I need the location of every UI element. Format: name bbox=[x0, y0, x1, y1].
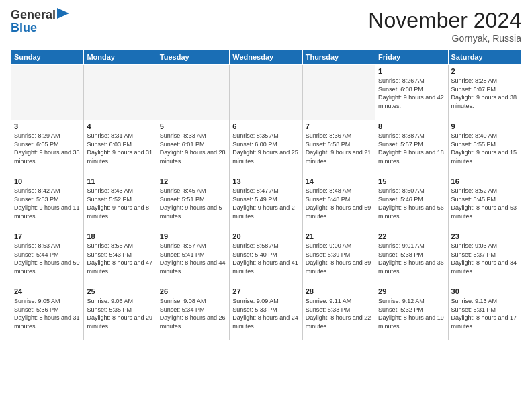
weekday-header-monday: Monday bbox=[84, 50, 157, 65]
day-number: 27 bbox=[232, 287, 299, 295]
day-number: 14 bbox=[306, 177, 372, 185]
day-number: 30 bbox=[451, 287, 518, 295]
day-info: Sunrise: 9:09 AM Sunset: 5:33 PM Dayligh… bbox=[232, 297, 299, 330]
page: General Blue November 2024 Gornyak, Russ… bbox=[0, 0, 532, 411]
calendar-cell: 30Sunrise: 9:13 AM Sunset: 5:31 PM Dayli… bbox=[448, 285, 521, 340]
calendar-cell: 12Sunrise: 8:45 AM Sunset: 5:51 PM Dayli… bbox=[157, 175, 229, 230]
header: General Blue November 2024 Gornyak, Russ… bbox=[11, 8, 521, 44]
calendar-cell: 2Sunrise: 8:28 AM Sunset: 6:07 PM Daylig… bbox=[448, 65, 521, 120]
calendar-cell: 16Sunrise: 8:52 AM Sunset: 5:45 PM Dayli… bbox=[448, 175, 521, 230]
calendar-cell: 11Sunrise: 8:43 AM Sunset: 5:52 PM Dayli… bbox=[84, 175, 157, 230]
day-number: 13 bbox=[232, 177, 299, 185]
day-info: Sunrise: 8:53 AM Sunset: 5:44 PM Dayligh… bbox=[14, 242, 81, 275]
day-number: 12 bbox=[160, 177, 226, 185]
svg-marker-0 bbox=[57, 8, 69, 19]
day-info: Sunrise: 9:11 AM Sunset: 5:33 PM Dayligh… bbox=[306, 297, 372, 330]
day-info: Sunrise: 9:05 AM Sunset: 5:36 PM Dayligh… bbox=[14, 297, 81, 330]
day-number: 5 bbox=[160, 122, 226, 130]
calendar-cell: 27Sunrise: 9:09 AM Sunset: 5:33 PM Dayli… bbox=[230, 285, 302, 340]
day-number: 19 bbox=[160, 232, 226, 240]
day-info: Sunrise: 9:13 AM Sunset: 5:31 PM Dayligh… bbox=[451, 297, 518, 330]
calendar-cell: 19Sunrise: 8:57 AM Sunset: 5:41 PM Dayli… bbox=[157, 230, 229, 285]
day-number: 29 bbox=[378, 287, 445, 295]
calendar-cell: 17Sunrise: 8:53 AM Sunset: 5:44 PM Dayli… bbox=[11, 230, 84, 285]
day-info: Sunrise: 8:50 AM Sunset: 5:46 PM Dayligh… bbox=[378, 187, 445, 220]
calendar: SundayMondayTuesdayWednesdayThursdayFrid… bbox=[11, 49, 521, 340]
day-info: Sunrise: 8:33 AM Sunset: 6:01 PM Dayligh… bbox=[160, 132, 226, 165]
day-info: Sunrise: 9:00 AM Sunset: 5:39 PM Dayligh… bbox=[306, 242, 372, 275]
calendar-cell: 25Sunrise: 9:06 AM Sunset: 5:35 PM Dayli… bbox=[84, 285, 157, 340]
calendar-cell: 13Sunrise: 8:47 AM Sunset: 5:49 PM Dayli… bbox=[230, 175, 302, 230]
day-info: Sunrise: 8:47 AM Sunset: 5:49 PM Dayligh… bbox=[232, 187, 299, 220]
day-number: 8 bbox=[378, 122, 445, 130]
day-number: 24 bbox=[14, 287, 81, 295]
calendar-cell: 5Sunrise: 8:33 AM Sunset: 6:01 PM Daylig… bbox=[157, 120, 229, 175]
calendar-cell: 22Sunrise: 9:01 AM Sunset: 5:38 PM Dayli… bbox=[375, 230, 448, 285]
calendar-cell: 15Sunrise: 8:50 AM Sunset: 5:46 PM Dayli… bbox=[375, 175, 448, 230]
day-info: Sunrise: 8:57 AM Sunset: 5:41 PM Dayligh… bbox=[160, 242, 226, 275]
calendar-cell: 20Sunrise: 8:58 AM Sunset: 5:40 PM Dayli… bbox=[230, 230, 302, 285]
calendar-cell bbox=[157, 65, 229, 120]
calendar-cell: 1Sunrise: 8:26 AM Sunset: 6:08 PM Daylig… bbox=[375, 65, 448, 120]
calendar-cell: 7Sunrise: 8:36 AM Sunset: 5:58 PM Daylig… bbox=[302, 120, 375, 175]
calendar-cell: 9Sunrise: 8:40 AM Sunset: 5:55 PM Daylig… bbox=[448, 120, 521, 175]
week-row-4: 24Sunrise: 9:05 AM Sunset: 5:36 PM Dayli… bbox=[11, 285, 521, 340]
calendar-cell: 4Sunrise: 8:31 AM Sunset: 6:03 PM Daylig… bbox=[84, 120, 157, 175]
week-row-1: 3Sunrise: 8:29 AM Sunset: 6:05 PM Daylig… bbox=[11, 120, 521, 175]
day-info: Sunrise: 8:26 AM Sunset: 6:08 PM Dayligh… bbox=[378, 77, 445, 110]
day-info: Sunrise: 8:29 AM Sunset: 6:05 PM Dayligh… bbox=[14, 132, 81, 165]
day-info: Sunrise: 8:31 AM Sunset: 6:03 PM Dayligh… bbox=[87, 132, 153, 165]
day-number: 3 bbox=[14, 122, 81, 130]
day-info: Sunrise: 9:08 AM Sunset: 5:34 PM Dayligh… bbox=[160, 297, 226, 330]
calendar-cell: 8Sunrise: 8:38 AM Sunset: 5:57 PM Daylig… bbox=[375, 120, 448, 175]
day-info: Sunrise: 9:12 AM Sunset: 5:32 PM Dayligh… bbox=[378, 297, 445, 330]
day-number: 6 bbox=[232, 122, 299, 130]
calendar-cell: 23Sunrise: 9:03 AM Sunset: 5:37 PM Dayli… bbox=[448, 230, 521, 285]
calendar-cell bbox=[84, 65, 157, 120]
weekday-header-wednesday: Wednesday bbox=[230, 50, 302, 65]
month-title: November 2024 bbox=[368, 8, 521, 33]
day-number: 16 bbox=[451, 177, 518, 185]
day-info: Sunrise: 8:48 AM Sunset: 5:48 PM Dayligh… bbox=[306, 187, 372, 220]
day-info: Sunrise: 8:36 AM Sunset: 5:58 PM Dayligh… bbox=[306, 132, 372, 165]
day-number: 22 bbox=[378, 232, 445, 240]
day-info: Sunrise: 8:35 AM Sunset: 6:00 PM Dayligh… bbox=[232, 132, 299, 165]
day-info: Sunrise: 9:01 AM Sunset: 5:38 PM Dayligh… bbox=[378, 242, 445, 275]
weekday-header-thursday: Thursday bbox=[302, 50, 375, 65]
day-info: Sunrise: 8:52 AM Sunset: 5:45 PM Dayligh… bbox=[451, 187, 518, 220]
day-number: 21 bbox=[306, 232, 372, 240]
day-number: 1 bbox=[378, 67, 445, 75]
day-info: Sunrise: 8:42 AM Sunset: 5:53 PM Dayligh… bbox=[14, 187, 81, 220]
day-info: Sunrise: 9:06 AM Sunset: 5:35 PM Dayligh… bbox=[87, 297, 153, 330]
calendar-cell: 29Sunrise: 9:12 AM Sunset: 5:32 PM Dayli… bbox=[375, 285, 448, 340]
day-info: Sunrise: 9:03 AM Sunset: 5:37 PM Dayligh… bbox=[451, 242, 518, 275]
day-number: 9 bbox=[451, 122, 518, 130]
day-number: 25 bbox=[87, 287, 153, 295]
day-info: Sunrise: 8:43 AM Sunset: 5:52 PM Dayligh… bbox=[87, 187, 153, 220]
day-number: 7 bbox=[306, 122, 372, 130]
day-number: 15 bbox=[378, 177, 445, 185]
calendar-cell: 24Sunrise: 9:05 AM Sunset: 5:36 PM Dayli… bbox=[11, 285, 84, 340]
day-number: 26 bbox=[160, 287, 226, 295]
day-number: 10 bbox=[14, 177, 81, 185]
calendar-cell: 18Sunrise: 8:55 AM Sunset: 5:43 PM Dayli… bbox=[84, 230, 157, 285]
day-info: Sunrise: 8:58 AM Sunset: 5:40 PM Dayligh… bbox=[232, 242, 299, 275]
logo: General Blue bbox=[11, 8, 69, 35]
week-row-2: 10Sunrise: 8:42 AM Sunset: 5:53 PM Dayli… bbox=[11, 175, 521, 230]
logo-icon bbox=[57, 8, 69, 23]
day-number: 20 bbox=[232, 232, 299, 240]
calendar-cell bbox=[230, 65, 302, 120]
week-row-3: 17Sunrise: 8:53 AM Sunset: 5:44 PM Dayli… bbox=[11, 230, 521, 285]
logo-general: General bbox=[11, 9, 56, 22]
day-number: 2 bbox=[451, 67, 518, 75]
day-info: Sunrise: 8:40 AM Sunset: 5:55 PM Dayligh… bbox=[451, 132, 518, 165]
weekday-header-friday: Friday bbox=[375, 50, 448, 65]
calendar-cell: 21Sunrise: 9:00 AM Sunset: 5:39 PM Dayli… bbox=[302, 230, 375, 285]
calendar-cell: 6Sunrise: 8:35 AM Sunset: 6:00 PM Daylig… bbox=[230, 120, 302, 175]
weekday-header-sunday: Sunday bbox=[11, 50, 84, 65]
title-block: November 2024 Gornyak, Russia bbox=[368, 8, 521, 44]
day-number: 4 bbox=[87, 122, 153, 130]
weekday-header-tuesday: Tuesday bbox=[157, 50, 229, 65]
day-number: 28 bbox=[306, 287, 372, 295]
calendar-header-row: SundayMondayTuesdayWednesdayThursdayFrid… bbox=[11, 50, 521, 65]
